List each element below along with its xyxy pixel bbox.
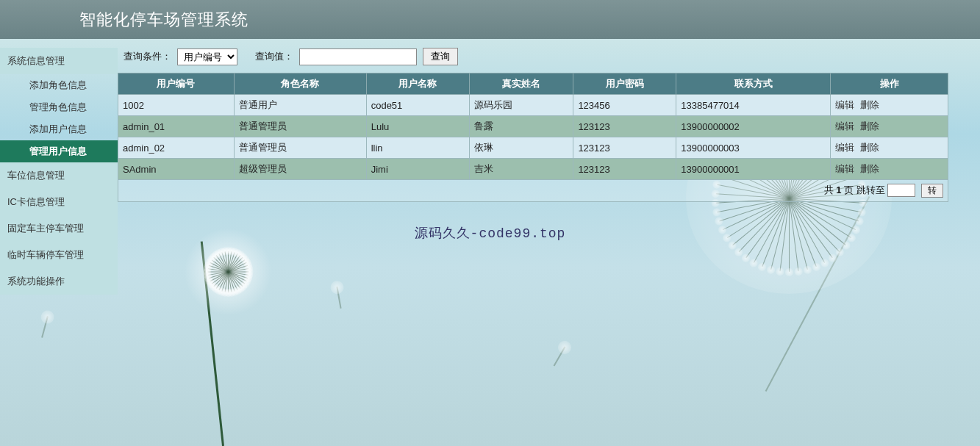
- table-row: 1002普通用户code51源码乐园12345613385477014编辑删除: [118, 95, 948, 116]
- table-cell: Jimi: [366, 159, 469, 180]
- delete-link[interactable]: 删除: [860, 163, 879, 174]
- table-cell: 123123: [573, 159, 676, 180]
- table-header: 联系方式: [676, 73, 831, 95]
- sidebar-group[interactable]: 车位信息管理: [0, 162, 118, 189]
- table-header: 用户名称: [366, 73, 469, 95]
- pager-total: 1: [836, 184, 841, 195]
- watermark-text: 源码久久-code99.top: [0, 224, 980, 242]
- edit-link[interactable]: 编辑: [835, 142, 854, 153]
- query-cond-label: 查询条件：: [124, 50, 171, 63]
- pager-jump-input[interactable]: [887, 184, 915, 197]
- table-header: 角色名称: [234, 73, 366, 95]
- sidebar-nav: 系统信息管理添加角色信息管理角色信息添加用户信息管理用户信息车位信息管理IC卡信…: [0, 39, 118, 295]
- query-bar: 查询条件： 用户编号 查询值： 查询: [118, 48, 980, 73]
- table-cell: 1002: [118, 95, 235, 116]
- table-header: 操作: [831, 73, 948, 95]
- query-submit-button[interactable]: 查询: [423, 48, 458, 65]
- pager-prefix: 共: [824, 184, 837, 195]
- pager-go-button[interactable]: 转: [921, 184, 943, 198]
- edit-link[interactable]: 编辑: [835, 99, 854, 110]
- sidebar-item[interactable]: 添加角色信息: [0, 74, 118, 96]
- delete-link[interactable]: 删除: [860, 142, 879, 153]
- main-content: 查询条件： 用户编号 查询值： 查询 用户编号角色名称用户名称真实姓名用户密码联…: [118, 39, 980, 295]
- app-title: 智能化停车场管理系统: [79, 9, 248, 31]
- table-cell: 123123: [573, 116, 676, 137]
- table-cell: 123123: [573, 137, 676, 159]
- table-row: admin_01普通管理员Lulu鲁露12312313900000002编辑删除: [118, 116, 948, 137]
- table-cell-actions: 编辑删除: [831, 95, 948, 116]
- edit-link[interactable]: 编辑: [835, 121, 854, 132]
- delete-link[interactable]: 删除: [860, 99, 879, 110]
- table-cell: llin: [366, 137, 469, 159]
- sidebar-item[interactable]: 添加用户信息: [0, 118, 118, 140]
- table-cell: admin_01: [118, 116, 235, 137]
- pager: 共 1 页 跳转至 转: [118, 180, 948, 202]
- table-cell: 13900000003: [676, 137, 831, 159]
- sidebar-item[interactable]: 管理角色信息: [0, 96, 118, 118]
- edit-link[interactable]: 编辑: [835, 163, 854, 174]
- table-cell: 13900000002: [676, 116, 831, 137]
- table-cell: 普通管理员: [234, 137, 366, 159]
- table-cell-actions: 编辑删除: [831, 116, 948, 137]
- table-cell: 普通管理员: [234, 116, 366, 137]
- query-field-select[interactable]: 用户编号: [177, 48, 237, 65]
- table-cell: admin_02: [118, 137, 235, 159]
- table-cell: 源码乐园: [469, 95, 573, 116]
- user-table: 用户编号角色名称用户名称真实姓名用户密码联系方式操作 1002普通用户code5…: [118, 73, 948, 180]
- table-cell-actions: 编辑删除: [831, 159, 948, 180]
- sidebar-group[interactable]: IC卡信息管理: [0, 189, 118, 215]
- table-cell: 鲁露: [469, 116, 573, 137]
- app-header: 智能化停车场管理系统: [0, 0, 980, 39]
- table-cell-actions: 编辑删除: [831, 137, 948, 159]
- table-cell: 依琳: [469, 137, 573, 159]
- table-cell: 吉米: [469, 159, 573, 180]
- table-cell: SAdmin: [118, 159, 235, 180]
- table-header: 用户密码: [573, 73, 676, 95]
- table-cell: 普通用户: [234, 95, 366, 116]
- table-row: SAdmin超级管理员Jimi吉米12312313900000001编辑删除: [118, 159, 948, 180]
- table-header: 真实姓名: [469, 73, 573, 95]
- pager-mid: 页 跳转至: [842, 184, 888, 195]
- query-value-label: 查询值：: [255, 50, 293, 63]
- table-header: 用户编号: [118, 73, 235, 95]
- table-cell: code51: [366, 95, 469, 116]
- table-cell: 13900000001: [676, 159, 831, 180]
- table-row: admin_02普通管理员llin依琳12312313900000003编辑删除: [118, 137, 948, 159]
- table-cell: 超级管理员: [234, 159, 366, 180]
- query-value-input[interactable]: [299, 48, 417, 65]
- sidebar-group[interactable]: 系统信息管理: [0, 48, 118, 74]
- sidebar-item[interactable]: 管理用户信息: [0, 140, 118, 162]
- table-cell: Lulu: [366, 116, 469, 137]
- table-cell: 13385477014: [676, 95, 831, 116]
- sidebar-group[interactable]: 系统功能操作: [0, 268, 118, 295]
- delete-link[interactable]: 删除: [860, 121, 879, 132]
- sidebar-group[interactable]: 临时车辆停车管理: [0, 242, 118, 268]
- table-cell: 123456: [573, 95, 676, 116]
